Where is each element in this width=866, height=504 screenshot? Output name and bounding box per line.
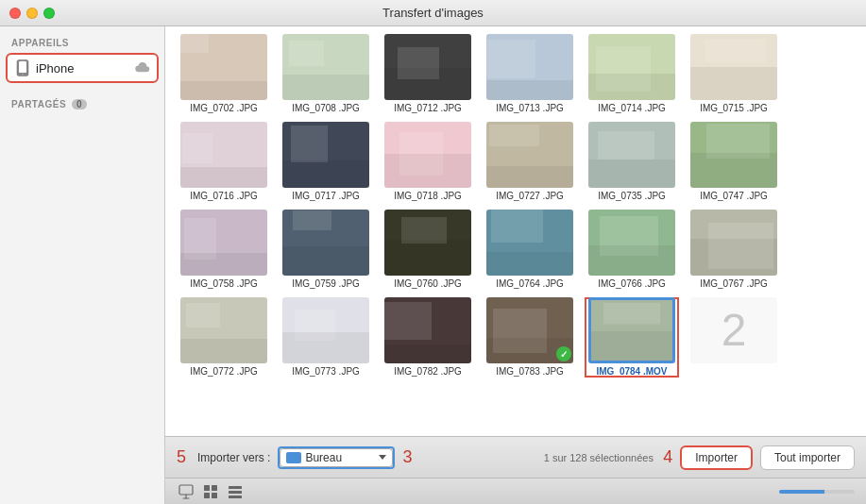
photo-label-19: IMG_0773 .JPG (292, 365, 360, 378)
importer-button[interactable]: Importer (680, 445, 753, 470)
photo-label-9: IMG_0727 .JPG (496, 190, 564, 202)
main-layout: APPAREILS iPhone PARTAGÉS 0 (0, 26, 866, 504)
photo-label-0: IMG_0702 .JPG (190, 102, 258, 114)
photo-item-18[interactable]: IMG_0772 .JPG (177, 297, 271, 378)
photo-item-15[interactable]: IMG_0764 .JPG (483, 210, 577, 290)
traffic-lights (9, 8, 55, 19)
photo-item-9[interactable]: IMG_0727 .JPG (483, 122, 577, 202)
photo-item-6[interactable]: IMG_0716 .JPG (177, 122, 271, 202)
svg-rect-11 (229, 496, 242, 498)
svg-rect-4 (179, 485, 193, 495)
titlebar: Transfert d'images (0, 0, 866, 26)
photo-item-12[interactable]: IMG_0758 .JPG (177, 210, 271, 290)
iphone-icon (15, 59, 30, 77)
partages-badge: 0 (72, 99, 87, 109)
photo-label-17: IMG_0767 .JPG (700, 277, 768, 290)
maximize-button[interactable] (43, 8, 55, 19)
bottom-bar: 5 Importer vers : Bureau 3 1 sur 128 sél… (165, 436, 866, 478)
close-button[interactable] (9, 8, 21, 19)
photo-label-15: IMG_0764 .JPG (496, 277, 564, 290)
partages-section: PARTAGÉS 0 (0, 95, 164, 113)
destination-select[interactable]: Bureau (280, 448, 393, 467)
photo-label-22: IMG_0784 .MOV (596, 365, 667, 378)
photo-grid[interactable]: IMG_0702 .JPGIMG_0708 .JPGIMG_0712 .JPGI… (165, 26, 866, 436)
photo-label-2: IMG_0712 .JPG (394, 102, 462, 114)
status-bar (165, 478, 866, 504)
photo-item-19[interactable]: IMG_0773 .JPG (279, 297, 373, 378)
photo-item-4[interactable]: IMG_0714 .JPG (585, 34, 679, 114)
photo-item-16[interactable]: IMG_0766 .JPG (585, 210, 679, 290)
svg-rect-7 (204, 493, 210, 498)
destination-text: Bureau (305, 451, 373, 464)
photo-item-3[interactable]: IMG_0713 .JPG (483, 34, 577, 114)
sidebar: APPAREILS iPhone PARTAGÉS 0 (0, 26, 165, 504)
photo-item-11[interactable]: IMG_0747 .JPG (687, 122, 781, 202)
photo-item-5[interactable]: IMG_0715 .JPG (687, 34, 781, 114)
photo-label-13: IMG_0759 .JPG (292, 277, 360, 290)
photo-label-10: IMG_0735 .JPG (598, 190, 666, 202)
list-view-button[interactable] (226, 482, 245, 501)
photo-label-5: IMG_0715 .JPG (700, 102, 768, 114)
grid-view-button[interactable] (201, 482, 220, 501)
photo-item-7[interactable]: IMG_0717 .JPG (279, 122, 373, 202)
photo-item-1[interactable]: IMG_0708 .JPG (279, 34, 373, 114)
photo-item-21[interactable]: IMG_0783 .JPG (483, 297, 577, 378)
sidebar-item-iphone[interactable]: iPhone (6, 53, 159, 83)
svg-rect-8 (212, 493, 217, 498)
photo-item-0[interactable]: IMG_0702 .JPG (177, 34, 271, 114)
import-icon-button[interactable] (177, 482, 195, 501)
svg-rect-6 (212, 485, 217, 491)
photo-item-2[interactable]: IMG_0712 .JPG (381, 34, 475, 114)
photo-label-4: IMG_0714 .JPG (598, 102, 666, 114)
photo-label-20: IMG_0782 .JPG (394, 365, 462, 378)
photo-label-8: IMG_0718 .JPG (394, 190, 462, 202)
photo-item-23[interactable]: 2 (687, 297, 781, 378)
status-left-icons (177, 482, 245, 501)
destination-select-wrapper[interactable]: Bureau (278, 446, 395, 469)
photo-label-14: IMG_0760 .JPG (394, 277, 462, 290)
photo-label-18: IMG_0772 .JPG (190, 365, 258, 378)
svg-point-2 (22, 74, 24, 76)
svg-rect-9 (229, 486, 242, 489)
photo-item-13[interactable]: IMG_0759 .JPG (279, 210, 373, 290)
folder-icon (286, 452, 301, 463)
photo-label-16: IMG_0766 .JPG (598, 277, 666, 290)
window-title: Transfert d'images (382, 6, 484, 20)
partages-label: PARTAGÉS (11, 99, 66, 109)
photo-label-11: IMG_0747 .JPG (700, 190, 768, 202)
photo-item-8[interactable]: IMG_0718 .JPG (381, 122, 475, 202)
appareils-section-label: APPAREILS (0, 34, 164, 52)
photo-label-1: IMG_0708 .JPG (292, 102, 360, 114)
slider-track[interactable] (779, 490, 855, 494)
svg-rect-10 (229, 491, 242, 494)
photo-label-3: IMG_0713 .JPG (496, 102, 564, 114)
photo-item-17[interactable]: IMG_0767 .JPG (687, 210, 781, 290)
check-badge (556, 346, 571, 361)
number-5: 5 (177, 447, 186, 467)
photo-label-6: IMG_0716 .JPG (190, 190, 258, 202)
cloud-icon (134, 62, 149, 74)
svg-rect-1 (19, 61, 26, 73)
zoom-slider[interactable] (779, 490, 855, 494)
sidebar-iphone-label: iPhone (36, 61, 128, 76)
photo-item-14[interactable]: IMG_0760 .JPG (381, 210, 475, 290)
photo-item-20[interactable]: IMG_0782 .JPG (381, 297, 475, 378)
photo-label-12: IMG_0758 .JPG (190, 277, 258, 290)
photo-label-21: IMG_0783 .JPG (496, 365, 564, 378)
tout-importer-button[interactable]: Tout importer (760, 445, 855, 470)
importer-vers-label: Importer vers : (197, 451, 270, 464)
svg-rect-5 (204, 485, 210, 491)
photo-item-22[interactable]: IMG_0784 .MOV (585, 297, 679, 378)
number-4: 4 (663, 447, 672, 467)
number-3: 3 (402, 447, 412, 467)
svg-rect-3 (22, 60, 25, 61)
status-text: 1 sur 128 sélectionnées (541, 452, 655, 463)
photo-label-7: IMG_0717 .JPG (292, 190, 360, 202)
content-area: IMG_0702 .JPGIMG_0708 .JPGIMG_0712 .JPGI… (165, 26, 866, 504)
minimize-button[interactable] (26, 8, 38, 19)
select-arrow-icon (379, 455, 386, 460)
photo-item-10[interactable]: IMG_0735 .JPG (585, 122, 679, 202)
